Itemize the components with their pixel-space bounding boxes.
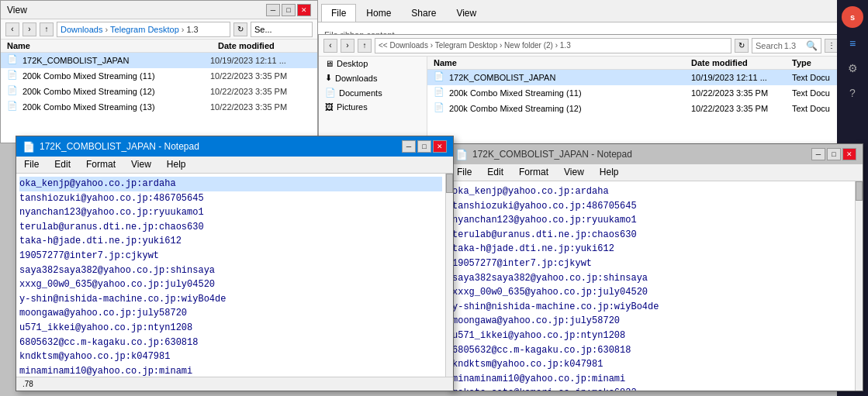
notepad-left-line-0: oka_kenjp@yahoo.co.jp:ardaha <box>19 177 442 191</box>
notepad-left-menubar: FileEditFormatViewHelp <box>16 157 453 174</box>
back-button-right[interactable]: ‹ <box>323 39 337 53</box>
notepad-left-line-5: 19057277@inter7.jp:cjkywt <box>19 249 442 263</box>
scroll-thumb-left[interactable] <box>446 174 453 193</box>
notepad-left-menu-file[interactable]: File <box>16 157 47 173</box>
right-search-bar[interactable]: Search 1.3 🔍 <box>752 38 821 53</box>
forward-button-left[interactable]: › <box>22 22 36 36</box>
notepad-left-body: oka_kenjp@yahoo.co.jp:ardahatanshiozuki@… <box>16 174 453 377</box>
left-breadcrumb[interactable]: Downloads › Telegram Desktop › 1.3 <box>57 22 230 37</box>
notepad-left-menu-edit[interactable]: Edit <box>47 157 78 173</box>
left-explorer-titlebar: View ─ □ ✕ <box>1 1 317 19</box>
notepad-right-scrollbar[interactable] <box>855 181 863 391</box>
notepad-left-menu-format[interactable]: Format <box>78 157 123 173</box>
notepad-left-scrollbar[interactable] <box>445 174 453 377</box>
doc-icon: 📄 <box>7 101 19 113</box>
right-explorer-navbar: ‹ › ↑ << Downloads › Telegram Desktop › … <box>319 35 860 57</box>
file-date-right-1: 10/22/2023 3:35 PM <box>691 88 792 98</box>
sidebar-item-pictures[interactable]: 🖼Pictures <box>319 100 427 114</box>
notepad-left-content-area[interactable]: oka_kenjp@yahoo.co.jp:ardahatanshiozuki@… <box>16 174 445 377</box>
notepad-left-close[interactable]: ✕ <box>433 140 447 153</box>
file-name-left-2: 200k Combo Mixed Streaming (12) <box>22 87 210 96</box>
right-col-name-header[interactable]: Name <box>434 58 691 67</box>
notepad-right-menu-edit[interactable]: Edit <box>479 164 511 181</box>
notepad-left-status: .78 <box>16 377 453 391</box>
column-name-header[interactable]: Name <box>7 41 218 50</box>
notepad-left-icon: 📄 <box>22 141 35 153</box>
file-date-left-3: 10/22/2023 3:35 PM <box>210 102 311 112</box>
right-file-item-0[interactable]: 📄 172K_COMBOLIST_JAPAN 10/19/2023 12:11 … <box>427 70 860 85</box>
notepad-left-line-4: taka-h@jade.dti.ne.jp:yuki612 <box>19 234 442 249</box>
notepad-right-close[interactable]: ✕ <box>842 148 856 160</box>
ribbon-tab-view[interactable]: View <box>446 4 486 22</box>
notepad-left-line-12: kndktsm@yahoo.co.jp:k047981 <box>19 350 442 364</box>
notepad-right-line-13: minaminami10@yahoo.co.jp:minami <box>452 372 852 387</box>
notepad-right-menu-view[interactable]: View <box>556 164 592 181</box>
breadcrumb-downloads[interactable]: Downloads <box>61 25 102 34</box>
sidebar-item-downloads[interactable]: ⬇Downloads <box>319 71 427 85</box>
right-col-date-header[interactable]: Date modified <box>691 58 792 67</box>
help-icon[interactable]: ? <box>843 84 862 102</box>
search-icon-right[interactable]: 🔍 <box>806 40 818 51</box>
left-file-list-header: Name Date modified <box>1 40 317 53</box>
back-button-left[interactable]: ‹ <box>5 22 19 36</box>
sidebar-item-desktop[interactable]: 🖥Desktop <box>319 57 427 71</box>
forward-button-right[interactable]: › <box>341 39 354 53</box>
notepad-left-minimize[interactable]: ─ <box>402 140 416 153</box>
settings-icon[interactable]: ⚙ <box>843 59 862 77</box>
notepad-right-line-1: tanshiozuki@yahoo.co.jp:486705645 <box>452 199 852 214</box>
sidebar-item-documents[interactable]: 📄Documents <box>319 85 427 100</box>
left-file-list: 📄 172K_COMBOLIST_JAPAN 10/19/2023 12:11 … <box>1 53 317 143</box>
doc-icon-right-0: 📄 <box>434 71 446 84</box>
avatar[interactable]: s <box>842 6 863 28</box>
breadcrumb-telegram[interactable]: Telegram Desktop <box>110 25 179 34</box>
notepad-left-line-10: u571_ikkei@yahoo.co.jp:ntyn1208 <box>19 321 442 336</box>
sidebar-icon-3: 🖼 <box>325 102 334 112</box>
close-button-left[interactable]: ✕ <box>297 4 311 16</box>
right-address-bar[interactable]: << Downloads › Telegram Desktop › New fo… <box>375 38 731 53</box>
notepad-right-maximize[interactable]: □ <box>827 148 841 160</box>
scroll-thumb-right[interactable] <box>856 181 863 201</box>
file-name-right-1: 200k Combo Mixed Streaming (11) <box>449 88 691 98</box>
maximize-button-left[interactable]: □ <box>282 4 296 16</box>
file-date-left-2: 10/22/2023 3:35 PM <box>210 87 311 96</box>
left-file-item-0[interactable]: 📄 172K_COMBOLIST_JAPAN 10/19/2023 12:11 … <box>1 53 317 68</box>
notepad-right-line-8: y-shin@nishida-machine.co.jp:wiyBo4de <box>452 300 852 315</box>
column-date-header[interactable]: Date modified <box>218 41 311 50</box>
minimize-button-left[interactable]: ─ <box>266 4 280 16</box>
notepad-right-menu-format[interactable]: Format <box>511 164 556 181</box>
right-file-item-2[interactable]: 📄 200k Combo Mixed Streaming (12) 10/22/… <box>427 101 860 116</box>
left-file-item-3[interactable]: 📄 200k Combo Mixed Streaming (13) 10/22/… <box>1 99 317 115</box>
up-button-right[interactable]: ↑ <box>358 39 372 53</box>
notepad-right-icon: 📄 <box>455 149 468 160</box>
left-file-item-2[interactable]: 📄 200k Combo Mixed Streaming (12) 10/22/… <box>1 84 317 99</box>
refresh-button-left[interactable]: ↻ <box>233 22 247 36</box>
notepad-right-titlebar: 📄 172K_COMBOLIST_JAPAN - Notepad ─ □ ✕ <box>449 144 863 164</box>
notepad-left-line-11: 6805632@cc.m-kagaku.co.jp:630818 <box>19 336 442 350</box>
doc-icon: 📄 <box>7 54 19 67</box>
ribbon-tab-home[interactable]: Home <box>356 4 401 22</box>
notepad-left-menu-help[interactable]: Help <box>159 157 194 173</box>
menu-icon[interactable]: ≡ <box>843 34 862 53</box>
notepad-right-line-12: kndktsm@yahoo.co.jp:k047981 <box>452 357 852 372</box>
notepad-right-menubar: FileEditFormatViewHelp <box>449 164 863 181</box>
notepad-left-line-6: saya382saya382@yahoo.co.jp:shinsaya <box>19 263 442 278</box>
notepad-right-line-3: terulab@uranus.dti.ne.jp:chaos630 <box>452 228 852 243</box>
ribbon-tab-file[interactable]: File <box>321 4 356 22</box>
notepad-right-title: 172K_COMBOLIST_JAPAN - Notepad <box>472 149 632 160</box>
notepad-left-menu-view[interactable]: View <box>123 157 159 173</box>
sidebar-icon-0: 🖥 <box>325 59 334 68</box>
notepad-right-line-10: u571_ikkei@yahoo.co.jp:ntyn1208 <box>452 329 852 343</box>
notepad-right-line-5: 19057277@inter7.jp:cjkywt <box>452 257 852 271</box>
refresh-button-right[interactable]: ↻ <box>735 39 749 53</box>
left-file-item-1[interactable]: 📄 200k Combo Mixed Streaming (11) 10/22/… <box>1 68 317 84</box>
file-date-left-0: 10/19/2023 12:11 ... <box>210 56 311 65</box>
left-search-input[interactable] <box>251 22 313 37</box>
up-button-left[interactable]: ↑ <box>40 22 54 36</box>
right-file-item-1[interactable]: 📄 200k Combo Mixed Streaming (11) 10/22/… <box>427 85 860 101</box>
notepad-right-minimize[interactable]: ─ <box>811 148 825 160</box>
notepad-left-line-13: minaminami10@yahoo.co.jp:minami <box>19 364 442 377</box>
notepad-right-content-area[interactable]: oka_kenjp@yahoo.co.jp:ardahatanshiozuki@… <box>449 181 855 391</box>
ribbon-tab-share[interactable]: Share <box>401 4 446 22</box>
notepad-right-menu-help[interactable]: Help <box>592 164 627 181</box>
notepad-left-maximize[interactable]: □ <box>417 140 431 153</box>
